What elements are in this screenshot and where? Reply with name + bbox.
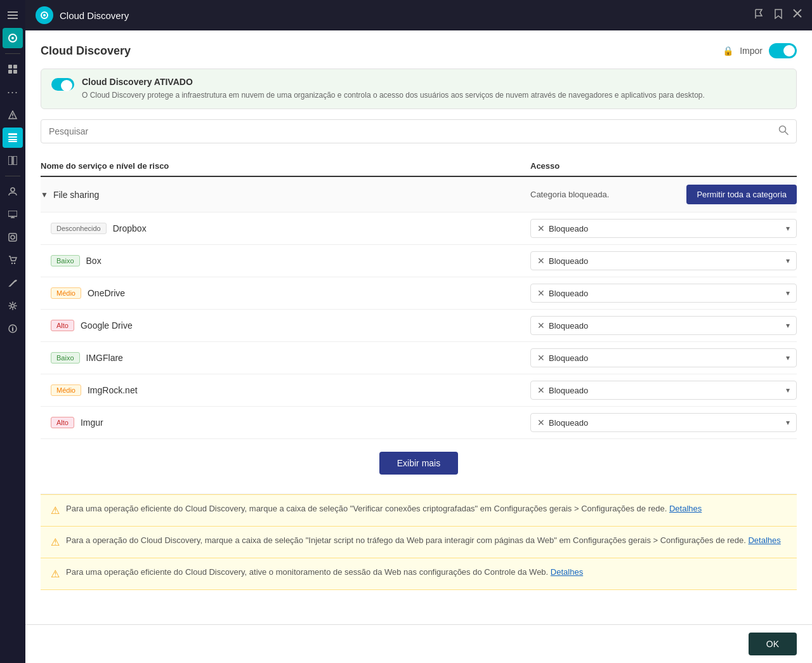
page-header: Cloud Discovery 🔒 Impor bbox=[41, 43, 797, 58]
service-name: Box bbox=[86, 256, 102, 266]
category-name: File sharing bbox=[53, 190, 99, 200]
svg-rect-12 bbox=[8, 133, 17, 135]
svg-rect-6 bbox=[13, 65, 17, 69]
col-access-header: Acesso bbox=[530, 161, 797, 171]
allow-category-button[interactable]: Permitir toda a categoria bbox=[686, 185, 797, 204]
status-dropdown[interactable]: ✕ Bloqueado ▾ bbox=[530, 348, 797, 367]
sidebar-grid[interactable] bbox=[3, 59, 23, 79]
service-left: Médio ImgRock.net bbox=[51, 384, 530, 396]
status-dropdown[interactable]: ✕ Bloqueado ▾ bbox=[530, 413, 797, 432]
service-right: ✕ Bloqueado ▾ bbox=[530, 316, 797, 335]
service-left: Desconhecido Dropbox bbox=[51, 223, 530, 234]
service-right: ✕ Bloqueado ▾ bbox=[530, 284, 797, 303]
title-bar-title: Cloud Discovery bbox=[60, 10, 747, 21]
impor-toggle[interactable] bbox=[769, 43, 797, 58]
status-dropdown[interactable]: ✕ Bloqueado ▾ bbox=[530, 316, 797, 335]
details-link[interactable]: Detalhes bbox=[551, 567, 583, 577]
banner-toggle-slider bbox=[51, 78, 74, 91]
search-bar bbox=[41, 119, 797, 143]
sidebar-dots[interactable]: ··· bbox=[3, 82, 23, 102]
svg-point-4 bbox=[11, 37, 14, 39]
warning-text: Para uma operação eficiente do Cloud Dis… bbox=[66, 502, 702, 515]
sidebar-home[interactable] bbox=[3, 28, 23, 48]
impor-toggle-slider bbox=[769, 43, 797, 58]
svg-point-23 bbox=[11, 235, 15, 239]
status-text: Bloqueado bbox=[549, 289, 782, 298]
col-service-header: Nome do serviço e nível de risco bbox=[41, 161, 530, 171]
content-area: Cloud Discovery 🔒 Impor Cloud Discovery … bbox=[25, 30, 812, 624]
service-left: Médio OneDrive bbox=[51, 287, 530, 299]
service-left: Alto Imgur bbox=[51, 417, 530, 428]
ok-button[interactable]: OK bbox=[749, 633, 797, 655]
bookmark-button[interactable] bbox=[774, 9, 783, 22]
service-name: Google Drive bbox=[81, 320, 133, 331]
status-dropdown[interactable]: ✕ Bloqueado ▾ bbox=[530, 284, 797, 303]
service-right: ✕ Bloqueado ▾ bbox=[530, 219, 797, 238]
app-icon bbox=[36, 6, 53, 24]
info-banner: Cloud Discovery ATIVADO O Cloud Discover… bbox=[41, 69, 797, 109]
flag-button[interactable] bbox=[754, 9, 764, 22]
chevron-down-icon: ▾ bbox=[786, 256, 790, 265]
service-row: Alto Google Drive ✕ Bloqueado ▾ bbox=[41, 310, 797, 342]
status-dropdown[interactable]: ✕ Bloqueado ▾ bbox=[530, 219, 797, 238]
details-link[interactable]: Detalhes bbox=[748, 535, 780, 545]
sidebar-menu[interactable] bbox=[3, 5, 23, 25]
status-dropdown[interactable]: ✕ Bloqueado ▾ bbox=[530, 381, 797, 400]
status-text: Bloqueado bbox=[549, 386, 782, 395]
status-text: Bloqueado bbox=[549, 418, 782, 428]
block-icon: ✕ bbox=[537, 223, 545, 233]
category-right: Categoria bloqueada. Permitir toda a cat… bbox=[530, 185, 797, 204]
sidebar: ··· bbox=[0, 0, 25, 663]
close-button[interactable] bbox=[793, 9, 802, 22]
svg-rect-16 bbox=[8, 156, 12, 165]
svg-point-24 bbox=[11, 263, 13, 264]
status-dropdown[interactable]: ✕ Bloqueado ▾ bbox=[530, 251, 797, 270]
show-more-button[interactable]: Exibir mais bbox=[379, 452, 458, 475]
service-name: IMGFlare bbox=[86, 353, 123, 363]
svg-rect-0 bbox=[8, 11, 18, 13]
svg-point-25 bbox=[14, 263, 15, 264]
category-row: ▼ File sharing Categoria bloqueada. Perm… bbox=[41, 177, 797, 213]
status-text: Bloqueado bbox=[549, 256, 782, 266]
status-text: Bloqueado bbox=[549, 224, 782, 233]
svg-line-35 bbox=[785, 132, 789, 135]
sidebar-panel[interactable] bbox=[3, 150, 23, 171]
sidebar-tools[interactable] bbox=[3, 273, 23, 293]
warning-banner: ⚠ Para uma operação eficiente do Cloud D… bbox=[41, 558, 797, 590]
banner-toggle[interactable] bbox=[51, 78, 74, 91]
info-banner-title: Cloud Discovery ATIVADO bbox=[82, 77, 705, 87]
sidebar-cart[interactable] bbox=[3, 250, 23, 270]
svg-point-29 bbox=[12, 326, 13, 327]
sidebar-monitor[interactable] bbox=[3, 227, 23, 247]
svg-rect-8 bbox=[13, 70, 17, 74]
service-name: Dropbox bbox=[113, 223, 147, 233]
title-bar: Cloud Discovery bbox=[25, 0, 812, 30]
chevron-down-icon[interactable]: ▼ bbox=[41, 190, 48, 199]
sidebar-settings[interactable] bbox=[3, 296, 23, 316]
warning-icon: ⚠ bbox=[51, 535, 60, 550]
service-name: Imgur bbox=[81, 417, 103, 428]
service-right: ✕ Bloqueado ▾ bbox=[530, 251, 797, 270]
warning-text: Para uma operação eficiente do Cloud Dis… bbox=[66, 566, 583, 579]
sidebar-info[interactable] bbox=[3, 318, 23, 339]
sidebar-devices[interactable] bbox=[3, 204, 23, 225]
block-icon: ✕ bbox=[537, 385, 545, 395]
service-row: Médio ImgRock.net ✕ Bloqueado ▾ bbox=[41, 374, 797, 407]
warning-icon: ⚠ bbox=[51, 567, 60, 582]
svg-rect-1 bbox=[8, 15, 18, 16]
footer-bar: OK bbox=[25, 624, 812, 663]
category-left: ▼ File sharing bbox=[41, 190, 530, 200]
risk-badge: Médio bbox=[51, 287, 81, 299]
svg-rect-17 bbox=[13, 156, 17, 165]
service-row: Médio OneDrive ✕ Bloqueado ▾ bbox=[41, 277, 797, 310]
details-link[interactable]: Detalhes bbox=[669, 504, 702, 513]
sidebar-table[interactable] bbox=[3, 128, 23, 148]
warning-banner: ⚠ Para a operação do Cloud Discovery, ma… bbox=[41, 527, 797, 558]
show-more-area: Exibir mais bbox=[41, 439, 797, 487]
sidebar-user[interactable] bbox=[3, 181, 23, 202]
title-bar-actions bbox=[754, 9, 802, 22]
search-input[interactable] bbox=[49, 126, 773, 136]
service-left: Baixo Box bbox=[51, 255, 530, 266]
sidebar-alert[interactable] bbox=[3, 105, 23, 125]
svg-point-26 bbox=[11, 305, 15, 308]
